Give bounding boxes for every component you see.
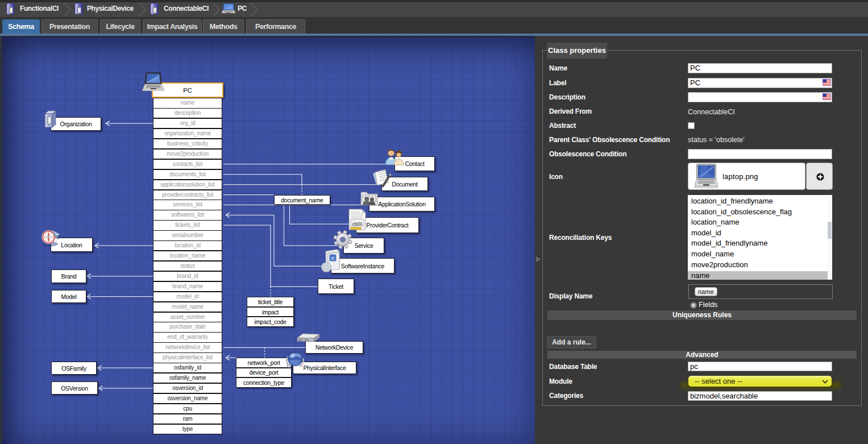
svg-text:K: K [331,256,335,261]
